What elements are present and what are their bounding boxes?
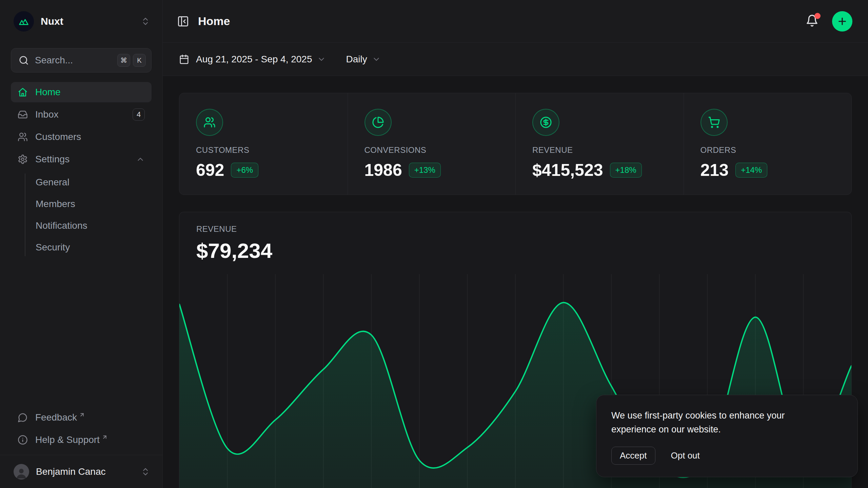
stat-label: CUSTOMERS: [196, 145, 334, 155]
stat-value: 1986: [364, 160, 402, 180]
notifications-button[interactable]: [806, 14, 818, 28]
stat-delta-badge: +6%: [231, 163, 258, 178]
message-circle-icon: [18, 412, 28, 423]
sidebar-item-label: Customers: [35, 131, 81, 142]
sidebar-item-inbox[interactable]: Inbox 4: [11, 104, 152, 125]
cookie-optout-button[interactable]: Opt out: [671, 450, 700, 461]
page-header: Home: [163, 0, 868, 43]
chevron-down-icon: [372, 55, 381, 64]
avatar: [14, 464, 29, 480]
chevrons-up-down-icon: [141, 467, 150, 476]
stats-row: CUSTOMERS 692 +6% CONVERSIONS 1986 +13%: [179, 93, 852, 195]
cookie-accept-button[interactable]: Accept: [611, 447, 655, 465]
stat-value: 692: [196, 160, 224, 180]
inbox-icon: [18, 109, 28, 120]
sidebar-subitem-members[interactable]: Members: [36, 193, 152, 215]
revenue-panel-value: $79,234: [196, 239, 851, 263]
stat-delta-badge: +13%: [409, 163, 441, 178]
chevron-down-icon: [317, 55, 326, 64]
stat-card-revenue[interactable]: REVENUE $415,523 +18%: [515, 93, 684, 195]
shopping-cart-icon: [701, 109, 728, 136]
search-placeholder: Search...: [35, 55, 115, 66]
workspace-switcher[interactable]: Nuxt: [0, 0, 162, 43]
dollar-circle-icon: [532, 109, 559, 136]
sidebar-item-feedback[interactable]: Feedback: [11, 407, 152, 428]
dashboard-app: Nuxt Search... ⌘ K Home: [0, 0, 868, 488]
stat-value: 213: [701, 160, 729, 180]
chevron-up-icon: [136, 155, 145, 164]
sidebar: Nuxt Search... ⌘ K Home: [0, 0, 163, 488]
granularity-select[interactable]: Daily: [346, 54, 381, 65]
sidebar-item-label: Home: [35, 87, 61, 98]
search-input[interactable]: Search... ⌘ K: [11, 48, 152, 73]
sidebar-subitem-general[interactable]: General: [36, 171, 152, 193]
arrow-up-right-icon: [102, 434, 108, 440]
user-menu[interactable]: Benjamin Canac: [0, 455, 162, 488]
sidebar-item-customers[interactable]: Customers: [11, 127, 152, 147]
add-button[interactable]: [832, 11, 852, 32]
filter-toolbar: Aug 21, 2025 - Sep 4, 2025 Daily: [163, 43, 868, 76]
search-icon: [19, 55, 29, 65]
plus-icon: [837, 16, 848, 27]
stat-label: CONVERSIONS: [364, 145, 502, 155]
cookie-message: We use first-party cookies to enhance yo…: [611, 409, 818, 436]
date-range-picker[interactable]: Aug 21, 2025 - Sep 4, 2025: [179, 54, 326, 65]
stat-delta-badge: +18%: [610, 163, 642, 178]
info-circle-icon: [18, 435, 28, 445]
sidebar-item-home[interactable]: Home: [11, 82, 152, 102]
calendar-icon: [179, 54, 189, 64]
nuxt-logo-icon: [14, 11, 34, 32]
sidebar-subitem-security[interactable]: Security: [36, 237, 152, 258]
gear-icon: [18, 154, 28, 164]
sidebar-item-settings[interactable]: Settings: [11, 149, 152, 169]
date-range-value: Aug 21, 2025 - Sep 4, 2025: [196, 54, 312, 65]
stat-card-customers[interactable]: CUSTOMERS 692 +6%: [179, 93, 348, 195]
kbd-cmd: ⌘: [117, 54, 130, 67]
stat-card-orders[interactable]: ORDERS 213 +14%: [684, 93, 852, 195]
sidebar-nav: Home Inbox 4 Customers Settings: [11, 82, 152, 260]
home-icon: [18, 87, 28, 97]
kbd-k: K: [133, 54, 146, 67]
users-icon: [18, 132, 28, 142]
revenue-panel-label: REVENUE: [196, 224, 851, 234]
notification-dot: [814, 13, 821, 19]
cookie-banner: We use first-party cookies to enhance yo…: [596, 395, 858, 477]
chevrons-up-down-icon: [141, 17, 150, 26]
panel-left-close-icon[interactable]: [177, 15, 189, 27]
stat-label: ORDERS: [701, 145, 838, 155]
workspace-name: Nuxt: [41, 16, 141, 27]
stat-label: REVENUE: [532, 145, 670, 155]
users-icon: [196, 109, 223, 136]
page-title: Home: [198, 15, 230, 28]
pie-chart-icon: [364, 109, 392, 136]
sidebar-item-help-support[interactable]: Help & Support: [11, 430, 152, 450]
sidebar-item-label: Inbox: [35, 109, 59, 120]
granularity-value: Daily: [346, 54, 367, 65]
inbox-count-badge: 4: [133, 108, 145, 121]
sidebar-bottom: Feedback Help & Support: [0, 407, 162, 488]
settings-sub-list: General Members Notifications Security: [11, 171, 152, 258]
stat-delta-badge: +14%: [735, 163, 767, 178]
sidebar-item-label: Feedback: [35, 412, 77, 423]
sidebar-subitem-notifications[interactable]: Notifications: [36, 215, 152, 237]
stat-value: $415,523: [532, 160, 603, 180]
user-name: Benjamin Canac: [36, 466, 141, 477]
sidebar-item-label: Help & Support: [35, 434, 100, 445]
stat-card-conversions[interactable]: CONVERSIONS 1986 +13%: [348, 93, 516, 195]
sidebar-item-label: Settings: [35, 154, 70, 165]
arrow-up-right-icon: [79, 412, 85, 418]
